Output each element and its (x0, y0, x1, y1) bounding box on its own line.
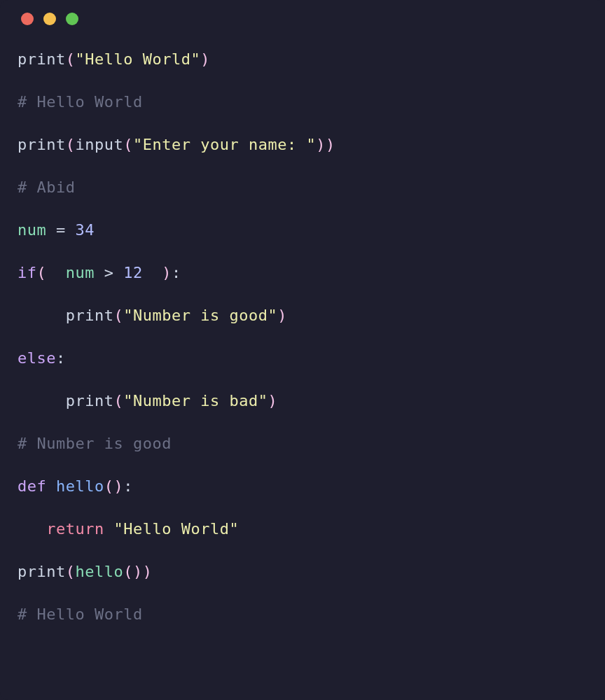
code-area[interactable]: print("Hello World") # Hello World print… (0, 34, 605, 659)
token-comment: # Number is good (18, 435, 172, 452)
token-def: def (18, 477, 46, 495)
token-paren: ( (66, 50, 76, 68)
code-line-2: # Hello World (18, 90, 587, 113)
token-indent (18, 520, 46, 538)
token-paren: ) (133, 563, 143, 580)
token-space (104, 520, 114, 538)
token-comment: # Abid (18, 178, 75, 196)
token-paren: ( (113, 307, 123, 324)
code-line-13: print(hello()) (18, 560, 587, 583)
token-paren: ( (104, 477, 114, 495)
token-paren: ( (37, 264, 57, 281)
close-icon[interactable] (21, 13, 34, 25)
token-paren: ( (113, 392, 123, 410)
token-number: 12 (123, 264, 143, 281)
token-print: print (18, 50, 66, 68)
token-comment: # Hello World (18, 93, 143, 111)
token-print: print (66, 307, 114, 324)
token-paren: ( (123, 563, 133, 580)
token-paren: ) (113, 477, 123, 495)
token-colon: : (56, 349, 66, 367)
token-else: else (18, 349, 56, 367)
token-number: 34 (76, 221, 95, 239)
code-line-3: print(input("Enter your name: ")) (18, 133, 587, 156)
token-paren: ) (326, 136, 335, 153)
maximize-icon[interactable] (66, 13, 78, 25)
token-print: print (66, 392, 114, 410)
token-call: hello (75, 563, 123, 580)
token-indent (18, 307, 66, 324)
code-line-4: # Abid (18, 176, 587, 199)
token-string: "Number is good" (123, 307, 277, 324)
token-colon: : (172, 264, 181, 281)
token-paren: ) (316, 136, 326, 153)
token-paren: ) (277, 307, 287, 324)
token-comment: # Hello World (18, 606, 143, 623)
token-paren: ) (267, 392, 277, 410)
token-return: return (46, 520, 104, 538)
titlebar (0, 0, 605, 34)
token-paren: ( (66, 563, 76, 580)
token-op: > (95, 264, 123, 281)
token-indent (18, 392, 66, 410)
token-paren: ( (123, 136, 133, 153)
token-paren: ) (143, 563, 153, 580)
token-string: "Hello World" (75, 50, 200, 68)
token-colon: : (123, 477, 133, 495)
code-line-6: if( num > 12 ): (18, 261, 587, 284)
token-space (46, 477, 56, 495)
token-op: = (46, 221, 75, 239)
code-line-12: return "Hello World" (18, 517, 587, 540)
token-input: input (75, 136, 123, 153)
token-fn-name: hello (56, 477, 104, 495)
code-line-5: num = 34 (18, 218, 587, 241)
code-window: print("Hello World") # Hello World print… (0, 0, 605, 700)
token-string: "Number is bad" (123, 392, 267, 410)
token-print: print (18, 563, 66, 580)
code-line-9: print("Number is bad") (18, 389, 587, 412)
token-var: num (18, 221, 46, 239)
code-line-10: # Number is good (18, 432, 587, 455)
code-line-7: print("Number is good") (18, 304, 587, 327)
code-line-1: print("Hello World") (18, 48, 587, 71)
token-string: "Hello World" (113, 520, 239, 538)
token-paren: ) (200, 50, 210, 68)
token-paren: ( (66, 136, 76, 153)
token-if: if (18, 264, 37, 281)
token-print: print (18, 136, 66, 153)
token-paren: ) (143, 264, 172, 281)
code-line-11: def hello(): (18, 475, 587, 498)
minimize-icon[interactable] (43, 13, 56, 25)
token-string: "Enter your name: " (133, 136, 316, 153)
code-line-8: else: (18, 346, 587, 370)
code-line-14: # Hello World (18, 603, 587, 626)
token-var: num (56, 264, 95, 281)
